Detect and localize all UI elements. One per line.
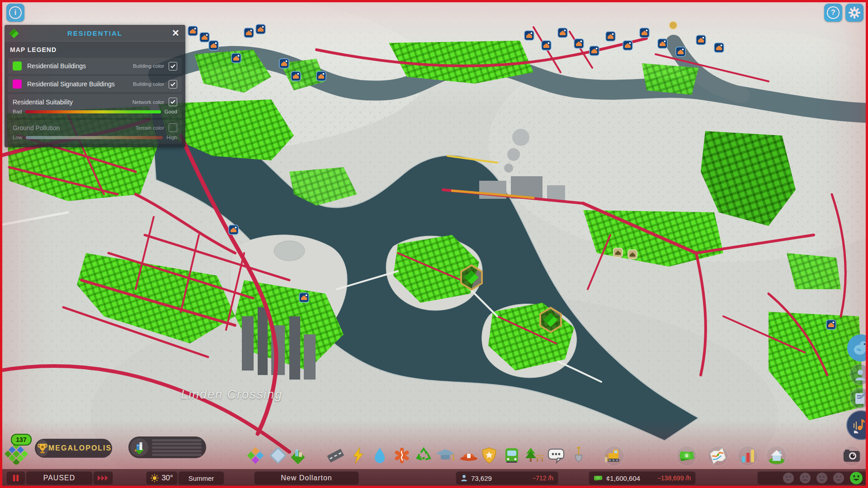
legend-row-signature-buildings: Residential Signature Buildings Building… bbox=[8, 76, 182, 92]
suitability-good-label: Good bbox=[165, 109, 177, 114]
electricity-button[interactable] bbox=[348, 446, 368, 465]
park-tree-icon bbox=[524, 446, 544, 465]
ground-pollution-checkbox[interactable] bbox=[169, 123, 177, 132]
transportation-button[interactable] bbox=[502, 446, 522, 465]
landscaping-button[interactable] bbox=[569, 446, 589, 465]
legend-row-suitability: Residential Suitability Network color Ba… bbox=[8, 94, 182, 118]
education-button[interactable] bbox=[435, 446, 455, 465]
radio-music-icon bbox=[851, 415, 868, 435]
garbage-button[interactable] bbox=[414, 446, 434, 465]
water-drop-icon bbox=[373, 446, 387, 465]
pause-button[interactable] bbox=[6, 471, 25, 485]
bus-icon bbox=[503, 446, 521, 465]
chirper-bird-icon bbox=[852, 339, 868, 357]
suitability-bad-label: Bad bbox=[13, 109, 22, 114]
happiness-face-happy-icon bbox=[849, 471, 863, 485]
season-display[interactable]: Summer bbox=[178, 471, 224, 485]
weather-display[interactable]: 30° bbox=[146, 471, 178, 485]
help-icon: ? bbox=[827, 6, 840, 19]
signature-swatch bbox=[13, 80, 22, 89]
shovel-icon bbox=[572, 446, 585, 465]
settings-button[interactable] bbox=[845, 4, 863, 22]
bulldozer-button[interactable] bbox=[604, 446, 624, 466]
parks-recreation-button[interactable] bbox=[524, 446, 544, 465]
population-icon bbox=[461, 474, 467, 482]
pollution-high-label: High bbox=[166, 135, 177, 140]
happiness-face-sad-icon bbox=[783, 472, 794, 484]
map-legend-heading: MAP LEGEND bbox=[5, 42, 185, 56]
speed-button[interactable] bbox=[93, 471, 113, 485]
money-rate: −138,699 /h bbox=[657, 474, 691, 482]
panel-title: RESIDENTIAL bbox=[67, 29, 123, 37]
healthcare-icon bbox=[393, 446, 411, 465]
economy-button[interactable]: ¢ bbox=[676, 446, 697, 466]
pause-icon bbox=[12, 474, 19, 482]
areas-icon bbox=[289, 446, 307, 465]
gear-icon bbox=[848, 6, 861, 19]
fast-forward-icon bbox=[97, 475, 109, 481]
status-bar: PAUSED 30° Summer New Dollarton 73,629 −… bbox=[2, 469, 866, 486]
sun-icon bbox=[151, 474, 159, 482]
game-screen: { "overlay_panel": { "title": "RESIDENTI… bbox=[0, 0, 868, 488]
roads-button[interactable] bbox=[326, 446, 345, 465]
close-icon[interactable]: ✕ bbox=[169, 27, 182, 39]
statistics-button[interactable] bbox=[737, 446, 758, 466]
help-button[interactable]: ? bbox=[824, 4, 842, 22]
zoning-icon bbox=[246, 446, 264, 465]
zoning-button[interactable] bbox=[245, 446, 265, 465]
demand-bars bbox=[148, 437, 206, 458]
money-display[interactable]: ¢1,600,604 −138,699 /h bbox=[589, 471, 696, 485]
population-value: 73,629 bbox=[471, 474, 492, 482]
education-icon bbox=[435, 446, 455, 465]
milestone-name: MEGALOPOLIS bbox=[48, 444, 115, 452]
population-rate: −712 /h bbox=[532, 474, 553, 482]
city-info-button[interactable] bbox=[766, 446, 787, 466]
pollution-gradient bbox=[26, 136, 163, 139]
chat-bubble-icon bbox=[547, 446, 566, 465]
journal-button[interactable] bbox=[850, 388, 868, 408]
signature-buildings-checkbox[interactable] bbox=[169, 80, 177, 89]
residential-buildings-checkbox[interactable] bbox=[169, 62, 177, 70]
happiness-widget[interactable] bbox=[757, 471, 868, 485]
police-shield-icon bbox=[481, 446, 498, 465]
info-button[interactable]: i bbox=[6, 4, 24, 22]
city-demand-icon bbox=[132, 441, 146, 454]
milestone-button[interactable]: 137 bbox=[5, 438, 28, 465]
district-label: Linden Crossing bbox=[181, 388, 316, 402]
trophy-icon bbox=[37, 442, 48, 454]
money-icon bbox=[594, 475, 603, 481]
healthcare-button[interactable] bbox=[392, 446, 412, 465]
map-info-button[interactable] bbox=[708, 446, 728, 466]
suitability-gradient bbox=[25, 110, 160, 113]
water-sewage-button[interactable] bbox=[370, 446, 390, 465]
happiness-face-content-icon bbox=[833, 472, 844, 484]
bulldozer-icon bbox=[604, 447, 624, 465]
journal-icon bbox=[854, 391, 867, 405]
police-button[interactable] bbox=[479, 446, 499, 465]
districts-icon bbox=[269, 446, 287, 465]
communications-button[interactable] bbox=[546, 446, 566, 465]
pollution-low-label: Low bbox=[13, 135, 22, 140]
areas-button[interactable] bbox=[288, 446, 308, 465]
city-name: New Dollarton bbox=[255, 474, 359, 482]
milestone-name-button[interactable]: MEGALOPOLIS bbox=[35, 439, 112, 458]
demand-widget[interactable] bbox=[128, 436, 206, 458]
fire-helmet-icon bbox=[459, 446, 478, 465]
happiness-face-frown-icon bbox=[799, 472, 811, 484]
photo-mode-button[interactable] bbox=[841, 446, 862, 466]
districts-button[interactable] bbox=[268, 446, 288, 465]
economy-money-icon: ¢ bbox=[678, 447, 696, 465]
city-name-display[interactable]: New Dollarton bbox=[254, 471, 359, 485]
residential-swatch bbox=[13, 61, 22, 70]
simulation-state-display[interactable]: PAUSED bbox=[26, 471, 93, 485]
citizen-icon bbox=[854, 368, 867, 381]
lifepath-button[interactable] bbox=[850, 364, 868, 385]
milestone-level-badge: 137 bbox=[11, 434, 32, 446]
population-display[interactable]: 73,629 −712 /h bbox=[456, 471, 558, 485]
roads-icon bbox=[326, 446, 345, 465]
fire-rescue-button[interactable] bbox=[459, 446, 479, 465]
city-info-house-icon bbox=[767, 447, 786, 465]
suitability-checkbox[interactable] bbox=[169, 98, 177, 106]
electricity-icon bbox=[350, 446, 366, 465]
map-icon bbox=[708, 447, 727, 465]
